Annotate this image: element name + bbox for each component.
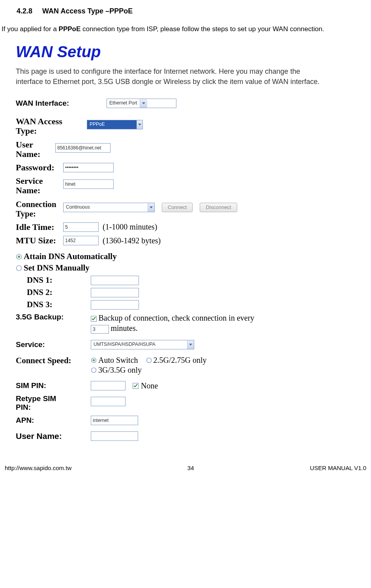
speed-3g-label: 3G/3.5G only xyxy=(98,366,142,375)
wan-interface-select[interactable]: Ethernet Port xyxy=(107,99,176,108)
service-label: Service: xyxy=(16,340,91,349)
dns1-input[interactable] xyxy=(91,276,139,285)
idle-time-hint: (1-1000 minutes) xyxy=(103,222,157,231)
speed-auto-label: Auto Switch xyxy=(98,356,138,365)
chevron-down-icon xyxy=(187,340,194,349)
dns3-input[interactable] xyxy=(91,300,139,310)
wan-access-type-label: WAN AccessType: xyxy=(16,117,87,136)
service-name-input[interactable] xyxy=(63,179,114,189)
dns2-input[interactable] xyxy=(91,288,139,297)
wan-setup-description: This page is used to configure the inter… xyxy=(16,66,328,87)
connection-type-label: ConnectionType: xyxy=(16,200,63,218)
service-select[interactable]: UMTS/HSPA/HSDPA/HSUPA xyxy=(91,340,194,349)
backup-minutes-input[interactable] xyxy=(91,325,109,334)
mtu-size-input[interactable] xyxy=(63,236,99,245)
radio-unchecked-icon[interactable] xyxy=(146,357,152,363)
service-name-label: ServiceName: xyxy=(16,176,63,195)
apn-input[interactable] xyxy=(91,416,138,425)
svg-point-1 xyxy=(18,256,20,258)
sim-pin-label: SIM PIN: xyxy=(16,381,91,390)
chevron-down-icon xyxy=(140,99,147,108)
section-number: 4.2.8 xyxy=(17,7,32,15)
mtu-size-hint: (1360-1492 bytes) xyxy=(103,236,161,245)
radio-checked-icon[interactable] xyxy=(16,254,22,260)
user-name2-label: User Name: xyxy=(16,431,91,441)
dns2-label: DNS 2: xyxy=(27,287,91,297)
svg-point-2 xyxy=(17,265,22,271)
idle-time-label: Idle Time: xyxy=(16,222,63,232)
section-title: WAN Access Type –PPPoE xyxy=(42,7,133,15)
svg-point-7 xyxy=(92,368,96,373)
disconnect-button[interactable]: Disconnect xyxy=(200,203,237,212)
footer-page-number: 34 xyxy=(187,465,194,471)
footer-manual-version: USER MANUAL V1.0 xyxy=(310,465,366,471)
sim-pin-input[interactable] xyxy=(91,381,126,390)
user-name-input[interactable] xyxy=(55,143,111,153)
svg-point-6 xyxy=(146,358,151,363)
svg-point-5 xyxy=(93,359,95,362)
intro-paragraph: If you applied for a PPPoE connection ty… xyxy=(2,22,371,36)
mtu-size-label: MTU Size: xyxy=(16,236,63,245)
wan-setup-screenshot: WAN Setup This page is used to configure… xyxy=(16,43,339,441)
user-name2-input[interactable] xyxy=(91,431,138,441)
password-input[interactable] xyxy=(63,163,114,172)
checkbox-checked-icon[interactable] xyxy=(91,316,97,322)
radio-unchecked-icon[interactable] xyxy=(91,367,97,373)
wan-setup-title: WAN Setup xyxy=(16,43,339,61)
idle-time-input[interactable] xyxy=(63,222,99,232)
password-label: Password: xyxy=(16,163,63,172)
retype-sim-pin-input[interactable] xyxy=(91,397,126,406)
backup-text-pre: Backup of connection, check connection i… xyxy=(98,314,254,322)
radio-unchecked-icon[interactable] xyxy=(16,265,22,271)
dns3-label: DNS 3: xyxy=(27,300,91,310)
wan-access-type-select[interactable]: PPPoE xyxy=(87,120,143,129)
connection-type-select[interactable]: Continuous xyxy=(63,203,155,212)
wan-interface-label: WAN Interface: xyxy=(16,99,107,108)
chevron-down-icon xyxy=(148,203,154,212)
apn-label: APN: xyxy=(16,416,91,425)
page-footer: http://www.sapido.com.tw 34 USER MANUAL … xyxy=(5,465,366,471)
user-name-label: UserName: xyxy=(16,140,55,159)
footer-url: http://www.sapido.com.tw xyxy=(5,465,71,471)
retype-sim-pin-label: Retype SIMPIN: xyxy=(16,394,91,412)
dns1-label: DNS 1: xyxy=(27,275,91,285)
connect-button[interactable]: Connect xyxy=(162,203,193,212)
checkbox-checked-icon[interactable] xyxy=(133,383,139,389)
dns-auto-label: Attain DNS Automatically xyxy=(24,252,117,261)
connect-speed-label: Connect Speed: xyxy=(16,356,91,366)
dns-manual-label: Set DNS Manually xyxy=(24,263,90,273)
speed-25g-label: 2.5G/2.75G only xyxy=(154,356,207,365)
backup-label: 3.5G Backup: xyxy=(16,313,91,321)
chevron-down-icon xyxy=(137,120,142,129)
backup-text-post: minutes. xyxy=(111,324,137,332)
sim-none-label: None xyxy=(141,381,158,390)
radio-checked-icon[interactable] xyxy=(91,357,97,363)
